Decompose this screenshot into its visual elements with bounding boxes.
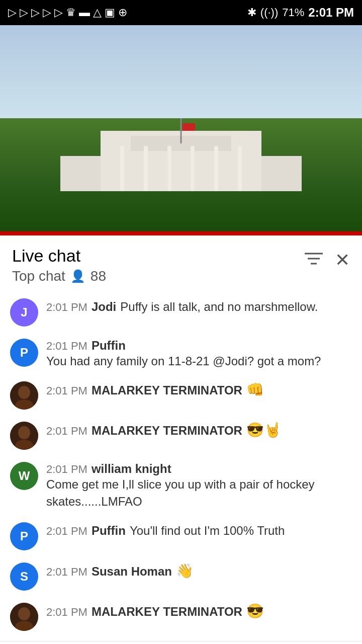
- flag-pole: [180, 118, 182, 143]
- message-content: 2:01 PM Puffin You'll find out I'm 100% …: [46, 522, 352, 539]
- bluetooth-icon: ✱: [247, 6, 256, 19]
- white-house-building: [60, 101, 302, 191]
- image-icon: ▣: [105, 6, 115, 19]
- avatar: P: [10, 522, 38, 550]
- avatar: [10, 381, 38, 410]
- message-time: 2:01 PM: [46, 425, 87, 438]
- folder-icon: ▬: [79, 6, 90, 19]
- message-time: 2:01 PM: [46, 301, 87, 314]
- live-chat-title: Live chat: [12, 246, 106, 266]
- svg-point-10: [18, 607, 30, 620]
- message-time: 2:01 PM: [46, 566, 87, 579]
- avatar: W: [10, 462, 38, 490]
- message-content: 2:01 PM Puffin You had any family on 11-…: [46, 339, 352, 370]
- message-content: 2:01 PM william knight Come get me I,ll …: [46, 462, 352, 510]
- message-text: You'll find out I'm 100% Truth: [130, 522, 285, 539]
- play-icon-5: ▷: [54, 6, 63, 19]
- avatar: S: [10, 562, 38, 591]
- message-emoji: 👊: [246, 381, 264, 398]
- message-meta: 2:01 PM Puffin: [46, 339, 352, 353]
- notification-icons: ▷ ▷ ▷ ▷ ▷ ♛ ▬ △ ▣ ⊕: [8, 6, 127, 19]
- message-time: 2:01 PM: [46, 340, 87, 353]
- message-meta: 2:01 PM Jodi Puffy is all talk, and no m…: [46, 298, 352, 315]
- chat-message: P 2:01 PM Puffin You had any family on 1…: [0, 333, 362, 376]
- message-time: 2:01 PM: [46, 463, 87, 476]
- chat-header-right[interactable]: ✕: [305, 250, 350, 271]
- battery-label: 71%: [282, 6, 304, 19]
- system-icons: ✱ ((·)) 71% 2:01 PM: [247, 6, 354, 20]
- avatar-letter: J: [21, 305, 27, 319]
- avatar: J: [10, 298, 38, 327]
- chat-panel: Live chat Top chat 👤 88 ✕ J: [0, 235, 362, 644]
- video-player[interactable]: [0, 25, 362, 231]
- top-chat-row: Top chat 👤 88: [12, 268, 106, 284]
- filter-button[interactable]: [305, 251, 323, 270]
- message-text: Come get me I,ll slice you up with a pai…: [46, 476, 352, 510]
- chat-input-bar: ☺ $: [0, 641, 362, 644]
- message-time: 2:01 PM: [46, 606, 87, 619]
- message-username: Susan Homan: [92, 565, 172, 579]
- crown-icon: ♛: [66, 6, 76, 19]
- message-meta: 2:01 PM MALARKEY TERMINATOR 😎🤘: [46, 422, 352, 438]
- columns: [111, 141, 251, 191]
- column-3: [167, 146, 171, 191]
- message-meta: 2:01 PM Susan Homan 👋: [46, 562, 352, 579]
- avatar: [10, 603, 38, 631]
- message-text: Puffy is all talk, and no marshmellow.: [120, 298, 318, 315]
- chat-message: 2:01 PM MALARKEY TERMINATOR 😎🤘: [0, 416, 362, 456]
- avatar-letter: S: [20, 570, 28, 584]
- chat-message: S 2:01 PM Susan Homan 👋: [0, 556, 362, 597]
- column-4: [191, 146, 195, 191]
- play-icon: ▷: [8, 6, 17, 19]
- message-content: 2:01 PM MALARKEY TERMINATOR 😎: [46, 603, 352, 619]
- svg-point-7: [18, 426, 30, 439]
- progress-bar: [0, 231, 362, 235]
- avatar-letter: P: [20, 529, 28, 543]
- bag-icon: ⊕: [118, 6, 127, 19]
- triangle-icon: △: [93, 6, 102, 19]
- message-username: Puffin: [92, 524, 126, 538]
- svg-point-4: [18, 386, 30, 399]
- message-content: 2:01 PM MALARKEY TERMINATOR 😎🤘: [46, 422, 352, 438]
- message-text: You had any family on 11-8-21 @Jodi? got…: [46, 353, 352, 370]
- message-content: 2:01 PM Jodi Puffy is all talk, and no m…: [46, 298, 352, 315]
- message-meta: 2:01 PM Puffin You'll find out I'm 100% …: [46, 522, 352, 539]
- message-meta: 2:01 PM MALARKEY TERMINATOR 👊: [46, 381, 352, 398]
- message-content: 2:01 PM MALARKEY TERMINATOR 👊: [46, 381, 352, 398]
- message-meta: 2:01 PM MALARKEY TERMINATOR 😎: [46, 603, 352, 619]
- column-6: [238, 146, 242, 191]
- chat-header: Live chat Top chat 👤 88 ✕: [0, 235, 362, 288]
- play-icon-4: ▷: [43, 6, 51, 19]
- time-display: 2:01 PM: [308, 6, 354, 20]
- avatar-letter: P: [20, 346, 28, 360]
- play-icon-2: ▷: [20, 6, 28, 19]
- message-time: 2:01 PM: [46, 384, 87, 397]
- column-5: [214, 146, 218, 191]
- column-2: [144, 146, 148, 191]
- chat-message: 2:01 PM MALARKEY TERMINATOR 😎: [0, 597, 362, 637]
- close-button[interactable]: ✕: [335, 250, 350, 271]
- viewers-icon: 👤: [70, 269, 85, 283]
- message-emoji: 😎: [246, 603, 264, 619]
- chat-message: J 2:01 PM Jodi Puffy is all talk, and no…: [0, 292, 362, 333]
- message-username: MALARKEY TERMINATOR: [92, 424, 242, 438]
- message-username: william knight: [92, 462, 171, 476]
- chat-messages-list: J 2:01 PM Jodi Puffy is all talk, and no…: [0, 288, 362, 641]
- column-1: [120, 146, 124, 191]
- message-username: MALARKEY TERMINATOR: [92, 605, 242, 619]
- flag: [183, 123, 195, 131]
- viewers-count: 88: [90, 268, 106, 284]
- message-emoji: 😎🤘: [246, 422, 282, 438]
- message-emoji: 👋: [176, 562, 194, 579]
- avatar: P: [10, 339, 38, 367]
- chat-message: 2:01 PM MALARKEY TERMINATOR 👊: [0, 375, 362, 416]
- avatar: [10, 422, 38, 450]
- status-bar: ▷ ▷ ▷ ▷ ▷ ♛ ▬ △ ▣ ⊕ ✱ ((·)) 71% 2:01 PM: [0, 0, 362, 25]
- chat-message: P 2:01 PM Puffin You'll find out I'm 100…: [0, 516, 362, 556]
- wifi-icon: ((·)): [260, 6, 278, 19]
- message-content: 2:01 PM Susan Homan 👋: [46, 562, 352, 579]
- message-meta: 2:01 PM william knight: [46, 462, 352, 476]
- message-time: 2:01 PM: [46, 525, 87, 538]
- play-icon-3: ▷: [31, 6, 40, 19]
- message-username: Puffin: [92, 339, 126, 353]
